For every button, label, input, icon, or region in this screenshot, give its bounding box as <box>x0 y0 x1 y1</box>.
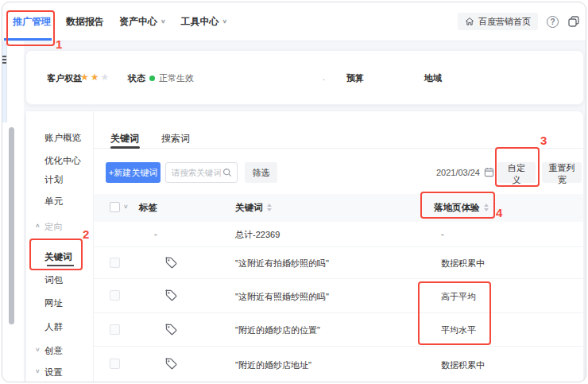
landing-cell: 平均水平 <box>441 324 476 336</box>
sidebar-item-label: 计划 <box>44 175 63 184</box>
tag-icon[interactable] <box>164 256 178 270</box>
redacted-text: . <box>323 72 325 82</box>
sidebar: 账户概览 优化中心 计划 单元 ∧定向 关键词 词包 网址 人群 ∨创意 ∨设置 <box>26 111 94 382</box>
select-all-checkbox[interactable] <box>110 202 120 212</box>
sidebar-section-settings[interactable]: ∨设置 <box>26 367 94 378</box>
selected-item-indicator <box>47 265 74 266</box>
switch-account-icon[interactable] <box>567 15 580 28</box>
table-row: "附近的婚纱店地址" 数据积累中 <box>94 347 583 382</box>
sidebar-item-label: 设置 <box>44 367 63 377</box>
top-navbar: 推广管理 数据报告 资产中心∨ 工具中心∨ 百度营销首页 ? <box>2 2 586 41</box>
help-icon[interactable]: ? <box>547 16 559 28</box>
sidebar-item-account-overview[interactable]: 账户概览 <box>26 132 94 144</box>
reset-column-width-button[interactable]: 重置列宽 <box>542 162 582 183</box>
row-checkbox[interactable] <box>110 258 120 268</box>
star-icon: ★ <box>101 72 111 83</box>
table-row-total: - 总计-22369 - <box>94 222 583 247</box>
table-row: "附近的婚纱店的位置" 平均水平 <box>94 313 583 347</box>
nav-tab-label: 数据报告 <box>66 15 104 29</box>
sidebar-item-label: 定向 <box>44 222 63 231</box>
baidu-home-button[interactable]: 百度营销首页 <box>458 13 538 30</box>
column-header-tag[interactable]: 标签 <box>139 202 157 214</box>
calendar-icon[interactable] <box>484 167 494 177</box>
keyword-search-box <box>165 162 238 183</box>
tab-label: 关键词 <box>110 133 139 144</box>
filter-button[interactable]: 筛选 <box>245 162 277 183</box>
collapsed-side-strip <box>2 41 7 122</box>
column-header-landing-experience[interactable]: 落地页体验 <box>434 202 489 214</box>
tab-search-terms[interactable]: 搜索词 <box>161 132 190 145</box>
date-picker-value[interactable]: 2021/03/24 <box>436 168 480 177</box>
scrollbar-thumb[interactable] <box>9 127 14 324</box>
nav-tab-label: 推广管理 <box>13 15 51 29</box>
tag-icon[interactable] <box>164 289 178 302</box>
active-tab-indicator <box>110 146 140 149</box>
menu-icon[interactable] <box>2 56 6 65</box>
search-icon[interactable] <box>222 168 232 177</box>
rights-label: 客户权益 <box>47 72 82 84</box>
column-header-label: 落地页体验 <box>434 203 480 212</box>
chevron-down-icon: ∨ <box>35 347 41 353</box>
baidu-marketing-console: 推广管理 数据报告 资产中心∨ 工具中心∨ 百度营销首页 ? <box>0 0 588 384</box>
tab-label: 搜索词 <box>161 133 190 144</box>
star-icon: ★ <box>80 72 91 83</box>
tab-bar: 关键词 搜索词 <box>94 111 583 149</box>
sidebar-item-label: 优化中心 <box>44 156 81 165</box>
sidebar-item-label: 创意 <box>44 346 63 355</box>
sidebar-item-word-packages[interactable]: 词包 <box>26 274 94 286</box>
tag-icon[interactable] <box>164 323 178 336</box>
table-row: "这附近有照婚纱照的吗" 高于平均 <box>94 279 583 313</box>
sidebar-item-units[interactable]: 单元 <box>26 196 94 208</box>
sidebar-section-creatives[interactable]: ∨创意 <box>26 345 94 357</box>
rating-stars: ★★★ <box>80 72 110 83</box>
nav-tab-tools[interactable]: 工具中心∨ <box>181 15 228 29</box>
landing-cell: 高于平均 <box>441 291 476 303</box>
active-tab-indicator <box>4 38 52 41</box>
home-icon <box>465 17 474 26</box>
sidebar-item-optimize-center[interactable]: 优化中心 <box>26 155 94 167</box>
sidebar-item-label: 关键词 <box>44 252 72 262</box>
new-keyword-button[interactable]: +新建关键词 <box>106 162 161 183</box>
status-value: 正常生效 <box>159 72 194 84</box>
row-checkbox[interactable] <box>110 290 120 301</box>
sidebar-item-urls[interactable]: 网址 <box>26 297 94 309</box>
status-label: 状态 <box>128 72 145 84</box>
chevron-down-icon: ∨ <box>161 18 166 25</box>
tab-keywords[interactable]: 关键词 <box>110 132 139 145</box>
keyword-search-input[interactable] <box>172 163 221 182</box>
sort-icon[interactable] <box>483 204 489 211</box>
row-checkbox[interactable] <box>110 324 120 335</box>
sidebar-item-label: 网址 <box>44 298 63 308</box>
landing-cell: - <box>441 229 444 239</box>
nav-tab-promotion[interactable]: 推广管理 <box>13 15 51 29</box>
tag-icon[interactable] <box>164 357 178 370</box>
column-header-keyword[interactable]: 关键词 <box>235 202 273 214</box>
sort-icon[interactable] <box>266 204 273 211</box>
sidebar-item-audiences[interactable]: 人群 <box>26 321 94 333</box>
nav-tab-label: 工具中心 <box>181 15 219 29</box>
tag-cell: - <box>154 229 157 239</box>
landing-cell: 数据积累中 <box>441 359 485 371</box>
main-card: 账户概览 优化中心 计划 单元 ∧定向 关键词 词包 网址 人群 ∨创意 ∨设置… <box>25 111 584 382</box>
row-checkbox[interactable] <box>110 359 120 369</box>
region-label: 地域 <box>424 72 442 84</box>
sidebar-item-keywords[interactable]: 关键词 <box>26 251 94 263</box>
customize-columns-button[interactable]: 自定义 <box>497 162 536 183</box>
main-pane: 关键词 搜索词 +新建关键词 筛选 2021/03/24 自定义 重置列宽 <box>94 111 583 382</box>
sidebar-section-targeting[interactable]: ∧定向 <box>26 221 94 233</box>
table-row: "这附近有拍婚纱照的吗" 数据积累中 <box>94 247 583 279</box>
status-dot-icon <box>149 76 155 81</box>
column-header-label: 关键词 <box>235 203 263 212</box>
chevron-down-icon[interactable]: ∨ <box>123 204 129 210</box>
sidebar-item-label: 词包 <box>44 275 63 285</box>
chevron-up-icon: ∧ <box>35 223 41 229</box>
nav-tab-reports[interactable]: 数据报告 <box>66 15 104 29</box>
sidebar-item-plans[interactable]: 计划 <box>26 174 94 186</box>
keyword-cell: "附近的婚纱店地址" <box>235 359 311 371</box>
home-button-label: 百度营销首页 <box>478 16 531 28</box>
help-glyph: ? <box>550 17 555 26</box>
nav-tab-assets[interactable]: 资产中心∨ <box>119 15 166 29</box>
account-info-card: 客户权益 ★★★ 状态 正常生效 . 预算 地域 <box>25 50 584 105</box>
chevron-down-icon: ∨ <box>222 18 228 25</box>
table-header: ∨ 标签 关键词 落地页体验 <box>94 194 583 222</box>
